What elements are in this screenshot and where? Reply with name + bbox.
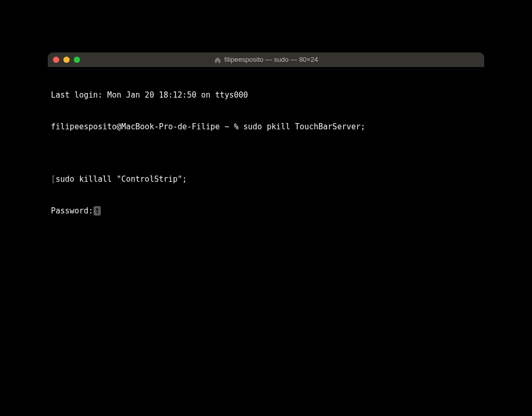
bracket-open: [ (51, 175, 56, 184)
prompt-user: filipeesposito@MacBook-Pro-de-Filipe (51, 122, 220, 131)
command-text: sudo pkill TouchBarServer; (243, 122, 365, 131)
prompt-symbol: % (234, 122, 238, 131)
window-title-container: filipeesposito — sudo — 80×24 (48, 56, 484, 63)
maximize-button[interactable] (74, 57, 80, 63)
terminal-content[interactable]: Last login: Mon Jan 20 18:12:50 on ttys0… (48, 67, 484, 364)
svg-rect-2 (97, 212, 99, 213)
terminal-window: filipeesposito — sudo — 80×24 Last login… (48, 52, 484, 364)
key-icon (94, 206, 101, 216)
prompt-path: ~ (224, 122, 229, 131)
prompt-line: filipeesposito@MacBook-Pro-de-Filipe ~ %… (51, 122, 481, 132)
home-icon (214, 56, 221, 63)
minimize-button[interactable] (63, 57, 70, 63)
traffic-lights (53, 57, 80, 63)
password-prompt-line: Password: (51, 206, 481, 216)
command-line-2: [sudo killall "ControlStrip"; (51, 174, 481, 184)
last-login-line: Last login: Mon Jan 20 18:12:50 on ttys0… (51, 90, 481, 100)
window-titlebar[interactable]: filipeesposito — sudo — 80×24 (48, 52, 484, 67)
password-label: Password: (51, 206, 93, 216)
command-text-2: sudo killall "ControlStrip"; (56, 175, 187, 184)
window-title: filipeesposito — sudo — 80×24 (224, 56, 318, 63)
close-button[interactable] (53, 57, 59, 63)
